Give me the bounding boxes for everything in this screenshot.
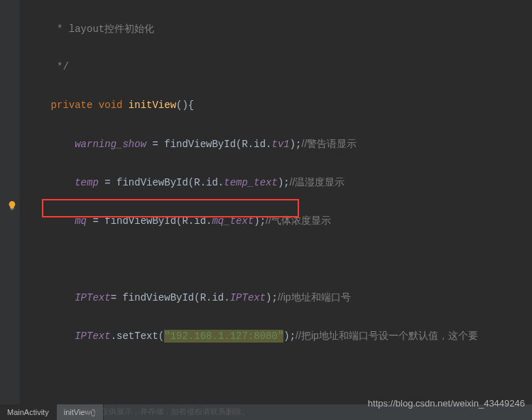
code-line: IPText.setText("192.168.1.127:8080");//把… — [27, 326, 532, 345]
code-editor[interactable]: * layout控件初始化 */ private void initView()… — [0, 0, 532, 404]
watermark-text-cn: 图片仅供展示，并存储，如有侵权请联系删除。 — [85, 406, 249, 417]
code-line: mq = findViewById(R.id.mq_text);//气体浓度显示 — [27, 211, 532, 230]
code-line — [27, 365, 532, 384]
code-line — [27, 249, 532, 269]
code-area[interactable]: * layout控件初始化 */ private void initView()… — [20, 0, 532, 404]
intention-bulb-icon[interactable] — [7, 200, 17, 210]
code-line: IPText= findViewById(R.id.IPText);//ip地址… — [27, 288, 532, 307]
code-line: warning_show = findViewById(R.id.tv1);//… — [27, 134, 532, 154]
breadcrumb-item-class[interactable]: MainActivity — [0, 404, 57, 420]
code-line: temp = findViewById(R.id.temp_text);//温湿… — [27, 173, 532, 192]
code-line: * layout控件初始化 — [27, 19, 532, 38]
code-line: private void initView(){ — [27, 96, 532, 115]
svg-rect-1 — [11, 210, 13, 210]
svg-rect-0 — [11, 208, 13, 209]
code-line: */ — [27, 58, 532, 77]
watermark-text: https://blog.csdn.net/weixin_43449246 — [368, 398, 525, 409]
